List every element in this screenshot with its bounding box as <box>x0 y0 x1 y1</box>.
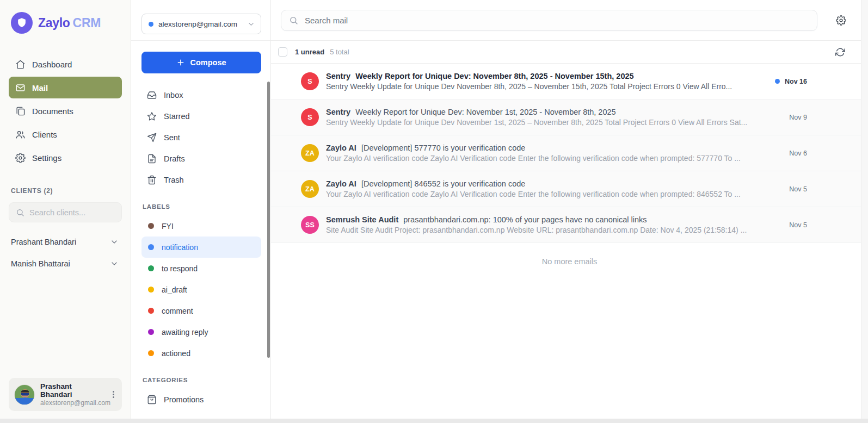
email-sender: Zaylo AI <box>326 179 356 188</box>
star-icon <box>147 111 157 121</box>
category-list: Promotions <box>141 389 261 410</box>
email-date: Nov 6 <box>789 150 807 157</box>
folder-item-trash[interactable]: Trash <box>141 169 261 190</box>
chevron-down-icon <box>110 259 119 268</box>
avatar <box>14 384 35 405</box>
category-item-promotions[interactable]: Promotions <box>141 389 261 410</box>
sidebar-item-mail[interactable]: Mail <box>9 77 122 98</box>
email-sender: Sentry <box>326 72 350 80</box>
label-item-FYI[interactable]: FYI <box>141 215 261 237</box>
email-sender: Semrush Site Audit <box>326 215 398 224</box>
clients-search <box>9 202 122 222</box>
client-name: Prashant Bhandari <box>11 238 76 246</box>
labels-section-header: LABELS <box>143 203 261 210</box>
sidebar-item-label: Mail <box>32 83 48 92</box>
unread-dot <box>775 79 780 84</box>
account-bar: alexstorenp@gmail.com <box>131 0 270 41</box>
email-row[interactable]: S Sentry Weekly Report for Unique Dev: N… <box>271 99 868 135</box>
mail-main: 1 unread 5 total S Sentry Weekly Report … <box>271 0 868 419</box>
email-meta: Nov 9 <box>789 114 807 121</box>
label-item-awaiting-reply[interactable]: awaiting reply <box>141 321 261 343</box>
account-status-dot <box>149 22 153 27</box>
inbox-icon <box>147 90 157 100</box>
label-item-actioned[interactable]: actioned <box>141 343 261 364</box>
sidebar-item-dashboard[interactable]: Dashboard <box>9 53 122 75</box>
label-color-dot <box>148 308 154 314</box>
sidebar-item-clients[interactable]: Clients <box>9 123 122 145</box>
email-row[interactable]: S Sentry Weekly Report for Unique Dev: N… <box>271 64 868 99</box>
sidebar-item-documents[interactable]: Documents <box>9 100 122 122</box>
account-selector[interactable]: alexstorenp@gmail.com <box>141 14 261 34</box>
clients-search-input[interactable] <box>29 208 115 217</box>
email-subject: [Development] 577770 is your verificatio… <box>361 144 525 152</box>
email-row[interactable]: SS Semrush Site Audit prasantbhandari.co… <box>271 207 868 243</box>
client-row[interactable]: Manish Bhattarai <box>9 253 122 275</box>
label-color-dot <box>148 287 154 293</box>
sidebar-item-label: Documents <box>32 107 73 116</box>
folder-item-sent[interactable]: Sent <box>141 127 261 148</box>
label-name: FYI <box>162 222 174 231</box>
clients-icon <box>15 129 26 140</box>
label-name: awaiting reply <box>162 328 208 337</box>
label-item-ai_draft[interactable]: ai_draft <box>141 279 261 300</box>
select-all-checkbox[interactable] <box>278 47 287 57</box>
folder-item-inbox[interactable]: Inbox <box>141 84 261 105</box>
sidebar-item-settings[interactable]: Settings <box>9 147 122 169</box>
email-date: Nov 9 <box>789 114 807 121</box>
label-name: comment <box>162 307 193 315</box>
mail-icon <box>15 83 26 93</box>
sidebar-item-label: Dashboard <box>32 60 72 69</box>
folder-label: Drafts <box>164 154 185 163</box>
search-icon <box>16 208 24 217</box>
mail-header <box>271 0 868 41</box>
sender-avatar: SS <box>301 216 319 234</box>
profile-menu-icon[interactable] <box>109 389 118 400</box>
email-meta: Nov 16 <box>775 78 807 85</box>
email-snippet: Your Zaylo AI verification code Zaylo AI… <box>326 190 782 198</box>
category-label: Promotions <box>164 395 204 404</box>
label-color-dot <box>148 244 154 250</box>
sidebar-item-label: Clients <box>32 130 57 139</box>
label-item-notification[interactable]: notification <box>141 237 261 258</box>
folder-item-starred[interactable]: Starred <box>141 105 261 127</box>
email-meta: Nov 6 <box>789 150 807 157</box>
mail-settings-button[interactable] <box>834 13 848 28</box>
label-name: ai_draft <box>162 285 187 294</box>
mail-folder-column: alexstorenp@gmail.com Compose Inbox Star… <box>131 0 271 419</box>
page-vertical-scrollbar[interactable] <box>861 0 868 419</box>
email-row[interactable]: ZA Zaylo AI [Development] 577770 is your… <box>271 135 868 171</box>
email-snippet: Your Zaylo AI verification code Zaylo AI… <box>326 154 782 163</box>
app-window: ZayloCRM Dashboard Mail Documents Client… <box>0 0 868 419</box>
refresh-icon <box>835 47 845 57</box>
clients-section-header: CLIENTS (2) <box>9 187 122 195</box>
folder-item-drafts[interactable]: Drafts <box>141 148 261 169</box>
settings-icon <box>15 153 26 163</box>
label-item-comment[interactable]: comment <box>141 300 261 321</box>
promotions-icon <box>147 395 157 405</box>
user-profile-card[interactable]: Prashant Bhandari alexstorenp@gmail.com <box>9 378 122 411</box>
label-color-dot <box>148 350 154 356</box>
folder-list: Inbox Starred Sent Drafts Trash <box>141 84 261 190</box>
chevron-down-icon <box>247 20 255 28</box>
draft-icon <box>147 154 157 164</box>
mail-search-input[interactable] <box>305 16 809 25</box>
folder-scroll-area: Inbox Starred Sent Drafts Trash LABELS F… <box>131 82 270 419</box>
search-icon <box>289 16 298 25</box>
compose-label: Compose <box>190 58 226 67</box>
brand-name-primary: Zaylo <box>38 16 70 30</box>
profile-email: alexstorenp@gmail.com <box>40 399 104 407</box>
profile-meta: Prashant Bhandari alexstorenp@gmail.com <box>40 382 104 407</box>
folder-label: Trash <box>164 176 184 184</box>
sidebar-item-label: Settings <box>32 153 61 163</box>
email-sender: Zaylo AI <box>326 144 356 152</box>
refresh-button[interactable] <box>833 45 847 59</box>
email-date: Nov 5 <box>789 221 807 229</box>
folder-column-scrollbar[interactable] <box>267 82 270 358</box>
page-horizontal-scrollbar[interactable] <box>0 419 868 423</box>
label-item-to-respond[interactable]: to respond <box>141 258 261 279</box>
label-color-dot <box>148 329 154 335</box>
email-row[interactable]: ZA Zaylo AI [Development] 846552 is your… <box>271 171 868 207</box>
client-row[interactable]: Prashant Bhandari <box>9 231 122 253</box>
compose-button[interactable]: Compose <box>141 52 261 73</box>
folder-label: Inbox <box>164 91 183 99</box>
